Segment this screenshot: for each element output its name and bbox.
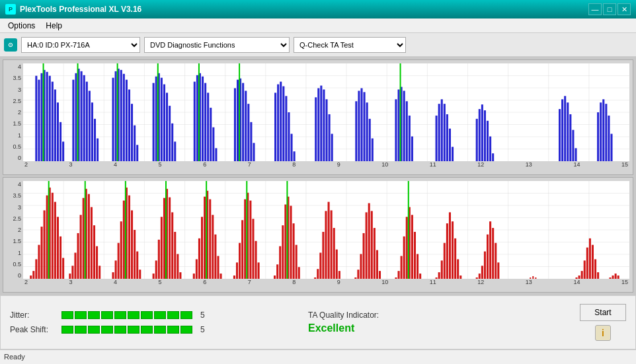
svg-rect-221 <box>214 235 216 279</box>
svg-rect-36 <box>81 71 83 161</box>
svg-rect-119 <box>449 129 451 161</box>
svg-rect-167 <box>44 210 46 279</box>
svg-rect-207 <box>169 198 171 279</box>
svg-rect-97 <box>329 114 331 161</box>
svg-rect-51 <box>131 104 133 161</box>
peak-seg-8 <box>154 326 166 334</box>
svg-rect-255 <box>336 250 338 279</box>
svg-rect-270 <box>403 237 405 279</box>
svg-rect-189 <box>112 272 114 279</box>
info-icon-button[interactable]: i <box>595 325 611 341</box>
jitter-row: Jitter: 5 <box>10 310 282 320</box>
title-bar: P PlexTools Professional XL V3.16 — □ ✕ <box>0 0 636 18</box>
jitter-seg-10 <box>180 311 192 319</box>
peak-seg-7 <box>141 326 153 334</box>
svg-rect-40 <box>91 102 93 161</box>
top-chart-y-axis: 4 3.5 3 2.5 2 1.5 1 0.5 0 <box>3 63 23 161</box>
svg-rect-29 <box>57 102 59 161</box>
svg-rect-30 <box>60 122 61 161</box>
svg-rect-168 <box>46 196 48 279</box>
svg-rect-70 <box>207 92 209 161</box>
svg-rect-62 <box>171 124 173 161</box>
svg-rect-48 <box>123 74 125 161</box>
svg-rect-65 <box>194 82 196 161</box>
svg-rect-193 <box>123 201 125 279</box>
svg-rect-208 <box>171 212 173 279</box>
svg-rect-79 <box>245 91 247 161</box>
svg-rect-71 <box>210 108 212 161</box>
svg-rect-203 <box>158 240 160 279</box>
svg-rect-311 <box>615 273 617 279</box>
svg-rect-122 <box>479 109 481 161</box>
svg-rect-42 <box>97 138 99 161</box>
svg-rect-69 <box>204 83 206 161</box>
svg-rect-237 <box>276 264 278 279</box>
svg-rect-56 <box>155 77 157 161</box>
svg-rect-102 <box>364 92 366 161</box>
svg-rect-229 <box>244 200 246 279</box>
svg-rect-308 <box>597 272 599 279</box>
function-select[interactable]: DVD Diagnostic Functions <box>144 37 290 53</box>
svg-rect-38 <box>86 82 88 161</box>
svg-rect-210 <box>177 254 179 279</box>
peak-seg-1 <box>61 326 73 334</box>
svg-rect-296 <box>497 262 499 279</box>
svg-rect-196 <box>131 210 133 279</box>
svg-rect-280 <box>441 260 443 279</box>
svg-rect-180 <box>80 215 82 279</box>
svg-rect-94 <box>320 86 322 161</box>
svg-rect-244 <box>296 245 298 279</box>
svg-rect-88 <box>285 96 287 161</box>
device-select[interactable]: HA:0 ID:0 PX-716A <box>21 37 140 53</box>
jitter-seg-8 <box>154 311 166 319</box>
top-chart-x-axis: 2 3 4 5 6 7 8 9 10 11 12 13 14 15 <box>23 161 629 173</box>
svg-rect-114 <box>436 116 438 161</box>
minimize-button[interactable]: — <box>588 3 602 15</box>
svg-rect-271 <box>406 217 408 279</box>
menu-help[interactable]: Help <box>40 20 67 32</box>
svg-rect-252 <box>328 202 330 279</box>
svg-rect-139 <box>608 116 610 161</box>
svg-rect-260 <box>363 233 365 279</box>
svg-rect-250 <box>322 232 324 279</box>
svg-rect-176 <box>69 273 71 279</box>
svg-rect-179 <box>77 233 79 279</box>
mode-select[interactable]: Q-Check TA Test <box>294 37 406 53</box>
jitter-seg-9 <box>167 311 179 319</box>
app-title: PlexTools Professional XL V3.16 <box>20 5 141 14</box>
close-button[interactable]: ✕ <box>617 3 631 15</box>
peak-seg-6 <box>128 326 139 334</box>
svg-rect-84 <box>274 92 276 161</box>
svg-rect-201 <box>153 273 155 279</box>
menu-options[interactable]: Options <box>3 20 40 32</box>
svg-rect-266 <box>379 271 381 279</box>
svg-rect-126 <box>489 137 491 161</box>
svg-rect-73 <box>215 148 217 161</box>
svg-rect-107 <box>398 89 400 161</box>
app-icon: P <box>5 4 16 15</box>
status-bar: Ready <box>0 349 636 363</box>
jitter-seg-3 <box>88 311 100 319</box>
maximize-button[interactable]: □ <box>603 3 616 15</box>
svg-rect-134 <box>575 148 576 161</box>
svg-rect-163 <box>32 271 34 279</box>
svg-rect-243 <box>293 223 295 279</box>
svg-rect-263 <box>371 211 373 279</box>
svg-rect-72 <box>212 127 214 161</box>
peak-shift-meter <box>61 326 192 334</box>
svg-rect-186 <box>96 246 98 279</box>
svg-rect-85 <box>277 85 279 161</box>
svg-rect-215 <box>198 238 200 279</box>
svg-rect-47 <box>120 70 122 161</box>
svg-rect-101 <box>360 88 362 161</box>
svg-rect-131 <box>567 102 569 161</box>
svg-rect-39 <box>89 91 91 161</box>
svg-rect-80 <box>247 104 249 161</box>
svg-rect-133 <box>572 130 574 161</box>
svg-rect-99 <box>355 101 357 161</box>
svg-rect-45 <box>115 71 117 161</box>
start-button[interactable]: Start <box>580 304 626 321</box>
svg-rect-68 <box>202 77 204 161</box>
svg-rect-171 <box>54 202 56 279</box>
main-content: 4 3.5 3 2.5 2 1.5 1 0.5 0 <box>0 57 636 295</box>
